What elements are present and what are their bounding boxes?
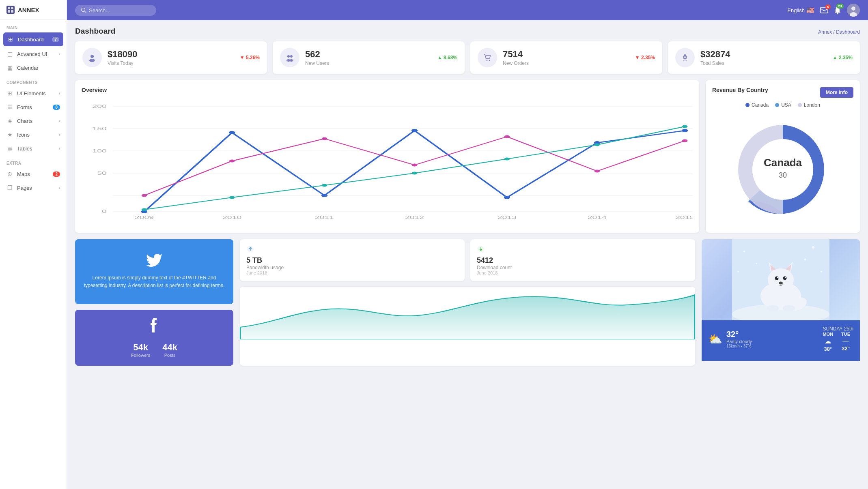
image-weather-card: ⛅ 32° Partly cloudy 15km/h - 37% SUNDAY … — [702, 239, 860, 366]
sidebar-item-label: Calendar — [17, 65, 39, 71]
svg-point-75 — [775, 277, 779, 280]
page-title: Dashboard — [75, 27, 115, 36]
svg-point-59 — [682, 125, 688, 128]
stat-icon-wrap — [280, 48, 299, 67]
weather-description: Partly cloudy — [726, 339, 818, 344]
weather-sun-icon: ⛅ — [708, 332, 722, 346]
email-button[interactable]: 5 — [820, 7, 828, 13]
svg-point-77 — [777, 277, 778, 278]
stat-info: 7514 New Orders — [503, 49, 629, 66]
sidebar-item-advanced-ui[interactable]: ◫ Advanced UI › — [0, 47, 67, 61]
svg-point-54 — [229, 196, 235, 199]
cart-icon — [483, 53, 492, 62]
revenue-card: Revenue By Country More Info Canada USA … — [706, 80, 860, 233]
svg-point-50 — [504, 135, 510, 138]
svg-point-58 — [594, 144, 600, 146]
search-icon — [81, 7, 86, 13]
weather-date: SUNDAY 25th — [823, 326, 853, 332]
sidebar-item-calendar[interactable]: ▦ Calendar — [0, 61, 67, 75]
stat-label: New Users — [305, 60, 432, 66]
app-logo[interactable]: ANNEX — [0, 0, 67, 20]
stat-icon-wrap — [675, 48, 695, 67]
svg-point-8 — [837, 13, 838, 14]
svg-point-78 — [785, 277, 786, 278]
user-icon — [88, 53, 97, 62]
svg-point-48 — [322, 137, 327, 140]
logo-icon — [6, 6, 15, 14]
bell-badge: 23 — [836, 4, 844, 9]
overview-card: Overview 200 150 100 50 0 2009 — [75, 80, 699, 233]
svg-point-10 — [851, 6, 855, 11]
app-name: ANNEX — [18, 6, 39, 13]
facebook-stats: 54k Followers 44k Posts — [131, 342, 177, 358]
svg-line-6 — [85, 11, 86, 13]
svg-point-81 — [767, 305, 779, 311]
stat-icon-wrap — [82, 48, 102, 67]
sidebar-item-pages[interactable]: ❐ Pages › — [0, 181, 67, 195]
stat-value: 7514 — [503, 49, 629, 60]
sidebar-item-label: Icons — [17, 132, 30, 138]
fox-illustration — [732, 239, 829, 320]
weather-forecast-tue: TUE — 32° — [841, 332, 850, 352]
user-avatar[interactable] — [847, 4, 860, 17]
london-dot — [798, 103, 802, 107]
svg-point-17 — [289, 59, 293, 62]
sidebar: ANNEX Main ⊞ Dashboard 7 ◫ Advanced UI ›… — [0, 0, 67, 489]
stat-change: ▼ 5.26% — [240, 55, 260, 60]
facebook-posts: 44k Posts — [162, 342, 177, 358]
bandwidth-date: June 2018 — [246, 270, 458, 275]
sidebar-item-label: Pages — [17, 185, 32, 191]
page-header: Dashboard Annex / Dashboard — [75, 27, 860, 36]
stat-label: Visits Today — [108, 60, 234, 66]
extra-section-label: Extra — [0, 155, 67, 167]
stat-value: $18090 — [108, 49, 234, 60]
components-section-label: Components — [0, 75, 67, 86]
bottom-row: Lorem Ipsum is simply dummy text of the … — [75, 239, 860, 366]
weather-forecast-mon: MON ☁ 38° — [823, 332, 833, 352]
canada-dot — [745, 103, 750, 107]
facebook-icon — [148, 318, 160, 336]
search-input[interactable] — [89, 7, 150, 13]
elements-icon: ⊞ — [6, 90, 13, 97]
facebook-card: 54k Followers 44k Posts — [75, 310, 233, 366]
overview-title: Overview — [82, 87, 693, 93]
svg-point-47 — [229, 160, 235, 163]
sidebar-item-label: UI Elements — [17, 90, 46, 97]
main-content: English 🇺🇸 5 23 — [67, 0, 868, 489]
weather-wind: 15km/h - 37% — [726, 344, 818, 348]
revenue-title: Revenue By Country — [712, 87, 768, 93]
weather-forecast: MON ☁ 38° TUE — 32° — [823, 332, 853, 352]
dashboard-badge: 7 — [52, 37, 59, 42]
sidebar-item-forms[interactable]: ☰ Forms 8 — [0, 100, 67, 114]
language-selector[interactable]: English 🇺🇸 — [787, 6, 814, 14]
notification-button[interactable]: 23 — [834, 6, 841, 14]
sidebar-item-maps[interactable]: ⊙ Maps 2 — [0, 167, 67, 181]
more-info-button[interactable]: More Info — [820, 87, 853, 98]
legend-item-london: London — [798, 102, 820, 108]
twitter-text: Lorem Ipsum is simply dummy text of the … — [83, 274, 225, 290]
svg-point-45 — [682, 129, 688, 132]
overview-chart: 200 150 100 50 0 2009 2010 2011 2012 201… — [82, 98, 693, 224]
maps-icon: ⊙ — [6, 171, 13, 177]
sidebar-item-icons[interactable]: ★ Icons › — [0, 128, 67, 142]
svg-text:2013: 2013 — [498, 215, 517, 220]
pages-icon: ❐ — [6, 184, 13, 191]
svg-text:30: 30 — [779, 171, 787, 179]
sidebar-item-ui-elements[interactable]: ⊞ UI Elements › — [0, 86, 67, 100]
sidebar-item-dashboard[interactable]: ⊞ Dashboard 7 — [3, 32, 63, 46]
stat-value: 562 — [305, 49, 432, 60]
sidebar-item-charts[interactable]: ◈ Charts › — [0, 114, 67, 128]
email-badge: 5 — [825, 4, 831, 9]
main-grid: Overview 200 150 100 50 0 2009 — [75, 80, 860, 233]
svg-point-85 — [756, 263, 757, 264]
icons-icon: ★ — [6, 131, 13, 138]
legend-item-canada: Canada — [745, 102, 769, 108]
sidebar-item-tables[interactable]: ▤ Tables › — [0, 142, 67, 155]
layers-icon: ◫ — [6, 51, 13, 57]
stat-label: New Orders — [503, 60, 629, 66]
download-value: 5412 — [477, 256, 689, 265]
svg-point-84 — [812, 246, 814, 249]
twitter-icon — [146, 254, 162, 270]
weather-info: 32° Partly cloudy 15km/h - 37% — [726, 330, 818, 348]
search-box[interactable] — [75, 5, 156, 16]
